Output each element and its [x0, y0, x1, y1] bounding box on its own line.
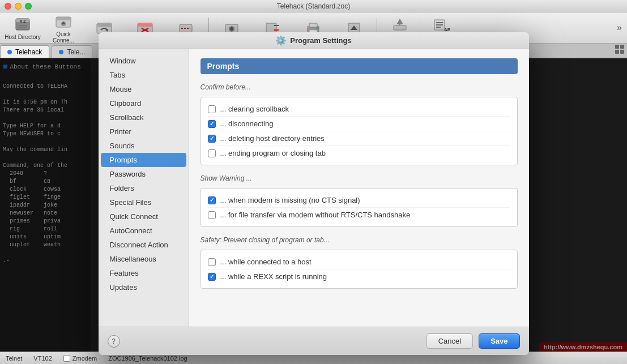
tab-telehack-1[interactable]: Telehack — [0, 45, 49, 58]
status-log-file: ZOC1906_Telehack0102.log — [108, 355, 187, 362]
confirm-before-group: ... clearing scrollback ... disconnectin… — [201, 97, 518, 165]
status-transfer: Zmodem — [63, 355, 97, 362]
confirm-before-label: Confirm before... — [201, 83, 518, 91]
svg-rect-6 — [56, 17, 71, 20]
cb-file-transfer: ... for file transfer via modem without … — [208, 207, 510, 222]
show-warning-label: Show Warning ... — [201, 174, 518, 182]
show-warning-group: ... when modem is missing (no CTS signal… — [201, 188, 518, 227]
modal-body: Window Tabs Mouse Clipboard Scrollback P… — [99, 49, 529, 327]
main-settings-panel: Prompts Confirm before... ... clearing s… — [189, 49, 529, 327]
window-controls — [5, 3, 32, 10]
sidebar-item-folders[interactable]: Folders — [101, 181, 186, 195]
help-button[interactable]: ? — [108, 335, 120, 348]
sidebar-item-sounds[interactable]: Sounds — [101, 139, 186, 153]
quick-connect-icon — [54, 12, 72, 31]
safety-prevent-group: ... while connected to a host ... while … — [201, 250, 518, 289]
svg-rect-25 — [309, 23, 317, 27]
sidebar-item-tabs[interactable]: Tabs — [101, 68, 186, 82]
sidebar-item-mouse[interactable]: Mouse — [101, 82, 186, 96]
title-bar: Telehack (Standard.zoc) — [0, 0, 627, 12]
cb-disconnecting: ... disconnecting — [208, 116, 510, 131]
modal-footer: ? Cancel Save — [99, 327, 529, 355]
svg-rect-30 — [394, 25, 406, 30]
cb-file-transfer-check[interactable] — [208, 211, 216, 219]
cb-disconnecting-check[interactable] — [208, 120, 216, 128]
svg-rect-9 — [97, 23, 112, 27]
main-window: Telehack (Standard.zoc) A Z Host Directo… — [0, 0, 627, 364]
quick-connect-label: Quick Conne... — [45, 31, 82, 44]
sidebar-item-window[interactable]: Window — [101, 54, 186, 68]
modal-title: ⚙️ Program Settings — [275, 35, 351, 46]
sidebar-item-features[interactable]: Features — [101, 266, 186, 280]
cb-deleting-host: ... deleting host directory entries — [208, 131, 510, 145]
svg-text:AB: AB — [444, 27, 450, 32]
content-area: ■ About these Buttons Connected to TELEH… — [0, 58, 627, 352]
tab-indicator-2 — [59, 50, 63, 54]
cb-rexx-running-check[interactable] — [208, 273, 216, 281]
quick-connect-button[interactable]: Quick Conne... — [44, 14, 83, 41]
sidebar-item-updates[interactable]: Updates — [101, 280, 186, 294]
sidebar-item-prompts[interactable]: Prompts — [101, 153, 186, 167]
close-button[interactable] — [5, 3, 11, 10]
program-settings-dialog: ⚙️ Program Settings Window Tabs Mouse Cl… — [99, 32, 529, 355]
cb-clear-scrollback: ... clearing scrollback — [208, 102, 510, 116]
section-title: Prompts — [201, 58, 518, 74]
cb-modem-missing-check[interactable] — [208, 196, 216, 204]
tab-telehack-2[interactable]: Tele... — [52, 45, 92, 58]
cb-modem-missing: ... when modem is missing (no CTS signal… — [208, 193, 510, 207]
host-directory-label: Host Directory — [5, 34, 40, 40]
modal-overlay: ⚙️ Program Settings Window Tabs Mouse Cl… — [0, 58, 627, 352]
settings-sidebar: Window Tabs Mouse Clipboard Scrollback P… — [99, 49, 189, 327]
status-encoding: VT102 — [33, 355, 52, 362]
send-text-icon: AB — [432, 15, 450, 33]
cb-ending-program-check[interactable] — [208, 149, 216, 157]
sidebar-item-clipboard[interactable]: Clipboard — [101, 96, 186, 110]
minimize-button[interactable] — [15, 3, 22, 10]
sidebar-item-miscellaneous[interactable]: Miscellaneous — [101, 252, 186, 266]
cb-clear-scrollback-check[interactable] — [208, 105, 216, 113]
cb-rexx-running: ... while a REXX script is running — [208, 269, 510, 284]
maximize-button[interactable] — [25, 3, 32, 10]
upload-icon — [391, 15, 409, 33]
settings-icon: ⚙️ — [275, 35, 287, 46]
tab-grid-button[interactable] — [615, 45, 624, 54]
svg-rect-12 — [138, 23, 152, 27]
toolbar-more-button[interactable]: » — [615, 20, 624, 35]
svg-text:A Z: A Z — [19, 19, 26, 23]
modal-title-bar: ⚙️ Program Settings — [99, 32, 529, 49]
sidebar-item-scrollback[interactable]: Scrollback — [101, 110, 186, 125]
sidebar-item-special-files[interactable]: Special Files — [101, 195, 186, 209]
cancel-button[interactable]: Cancel — [426, 333, 473, 349]
cb-connected-host-check[interactable] — [208, 258, 216, 266]
cb-connected-host: ... while connected to a host — [208, 255, 510, 269]
sidebar-item-printer[interactable]: Printer — [101, 125, 186, 139]
svg-point-19 — [230, 27, 233, 31]
svg-point-27 — [316, 27, 318, 29]
window-title: Telehack (Standard.zoc) — [277, 2, 350, 10]
status-protocol: Telnet — [6, 355, 22, 362]
sidebar-item-passwords[interactable]: Passwords — [101, 167, 186, 181]
cb-deleting-host-check[interactable] — [208, 135, 216, 143]
host-directory-icon: A Z — [14, 15, 32, 33]
sidebar-item-quick-connect[interactable]: Quick Connect — [101, 209, 186, 224]
safety-prevent-label: Safety: Prevent closing of program or ta… — [201, 236, 518, 244]
sidebar-item-disconnect-action[interactable]: Disconnect Action — [101, 238, 186, 252]
host-directory-button[interactable]: A Z Host Directory — [3, 14, 42, 41]
tab-label-2: Tele... — [67, 48, 85, 56]
sidebar-item-auto-connect[interactable]: AutoConnect — [101, 224, 186, 238]
tab-label-1: Telehack — [15, 48, 42, 56]
status-checkbox — [63, 355, 70, 362]
cb-ending-program: ... ending program or closing tab — [208, 145, 510, 160]
save-button[interactable]: Save — [479, 333, 519, 349]
tab-indicator — [7, 50, 12, 54]
